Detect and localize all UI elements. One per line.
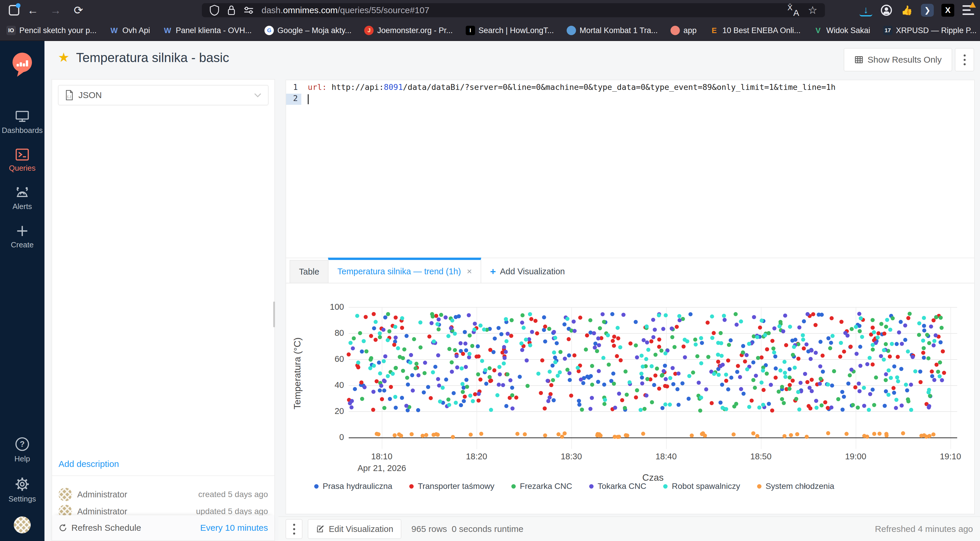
table-grid-icon — [854, 55, 864, 64]
url-bar[interactable]: dash.omnimes.com/queries/55/source#107 X… — [202, 3, 825, 17]
refresh-schedule-value[interactable]: Every 10 minutes — [200, 523, 268, 533]
tab-temperatura-trend[interactable]: Temperatura silnika — trend (1h) × — [328, 258, 481, 283]
bookmark-label: app — [683, 26, 697, 35]
bookmark-item[interactable]: IOPencil sketch your p... — [6, 26, 97, 35]
bookmark-item[interactable]: WOvh Api — [110, 26, 150, 35]
extension-thumb-icon[interactable]: 👍 — [900, 4, 913, 17]
bookmark-favicon: 17 — [883, 26, 892, 35]
bookmark-item[interactable]: 17XRPUSD — Ripple P... — [883, 26, 977, 35]
bookmark-item[interactable]: VWidok Sakai — [813, 26, 870, 35]
bookmark-item[interactable]: ISearch | HowLongT... — [466, 26, 554, 35]
terminal-icon — [14, 148, 30, 161]
code-editor[interactable]: 1 url: http://api:8091/data/dataBi/?serv… — [286, 80, 974, 223]
bookmark-item[interactable]: E10 Best ENEBA Onli... — [710, 26, 800, 35]
bookmark-favicon: J — [364, 26, 374, 35]
datasource-name: JSON — [78, 90, 102, 100]
results-menu-button[interactable] — [286, 519, 302, 539]
panel-resize-handle[interactable] — [273, 302, 275, 327]
divider — [52, 476, 274, 476]
add-visualization-button[interactable]: + Add Visualization — [481, 260, 574, 283]
redash-logo[interactable] — [10, 51, 35, 78]
datasource-select[interactable]: {..} JSON — [58, 85, 269, 105]
downloads-icon[interactable]: ↓ — [859, 4, 872, 16]
svg-text:{..}: {..} — [67, 95, 71, 98]
json-file-icon: {..} — [65, 90, 74, 101]
bookmark-item[interactable]: Mortal Kombat 1 Tra... — [566, 26, 658, 35]
show-results-only-button[interactable]: Show Results Only — [844, 48, 952, 72]
plus-icon — [14, 224, 30, 238]
main-content: ★ Temperatura silnika - basic Show Resul… — [45, 41, 980, 541]
bookmark-item[interactable]: GGoogle – Moja akty... — [264, 26, 352, 35]
results-footer: Edit Visualization 965 rows 0 seconds ru… — [278, 516, 980, 541]
reload-button[interactable]: ⟳ — [69, 4, 88, 17]
extension-tile-icon[interactable]: ❯ — [921, 4, 934, 17]
sidebar-item-create[interactable]: Create — [2, 224, 43, 249]
app-window: Dashboards Queries Alerts Create ? — [0, 41, 980, 541]
line-number: 1 — [286, 83, 301, 94]
chevron-down-icon — [254, 93, 261, 98]
account-icon[interactable] — [880, 4, 893, 17]
url-text[interactable]: dash.omnimes.com/queries/55/source#107 — [261, 5, 430, 15]
monitor-icon — [14, 110, 30, 123]
menu-alert-badge — [969, 2, 976, 8]
translate-icon[interactable]: X̄A — [788, 5, 799, 16]
sidebar-item-settings[interactable]: Settings — [8, 476, 36, 504]
bookmark-favicon: V — [813, 26, 823, 35]
bookmark-favicon — [670, 26, 680, 35]
sidebar-item-alerts[interactable]: Alerts — [2, 186, 43, 211]
refresh-schedule-row: Refresh Schedule Every 10 minutes — [52, 515, 274, 540]
author-name: Administrator — [77, 490, 127, 500]
edit-visualization-button[interactable]: Edit Visualization — [308, 519, 401, 539]
query-menu-button[interactable] — [955, 48, 974, 72]
notification-dot — [16, 3, 21, 8]
forward-button[interactable]: → — [46, 4, 65, 17]
line-number: 2 — [286, 94, 301, 105]
bookmark-label: Google – Moja akty... — [277, 26, 352, 35]
user-avatar[interactable] — [14, 516, 31, 533]
menu-icon[interactable] — [962, 4, 975, 17]
bookmark-label: Pencil sketch your p... — [19, 26, 97, 35]
refreshed-ago: Refreshed 4 minutes ago — [875, 524, 973, 534]
edit-pencil-icon — [316, 525, 325, 533]
scatter-points — [286, 286, 975, 514]
updated-when: updated 5 days ago — [196, 507, 268, 516]
help-icon: ? — [14, 436, 30, 452]
results-card: Table Temperatura silnika — trend (1h) ×… — [286, 258, 975, 514]
sidebar-item-label: Settings — [8, 495, 36, 504]
close-tab-icon[interactable]: × — [467, 267, 472, 276]
favorite-star-icon[interactable]: ★ — [58, 50, 69, 65]
sidebar-item-label: Dashboards — [2, 126, 43, 135]
sidebar-item-label: Create — [11, 240, 33, 249]
x-extension-icon[interactable]: X — [941, 4, 954, 17]
bookmark-favicon: I — [466, 26, 475, 35]
bookmark-favicon: G — [264, 26, 274, 35]
sidebar-item-help[interactable]: ? Help — [14, 436, 30, 463]
bookmark-favicon — [566, 26, 576, 35]
permissions-icon[interactable] — [243, 6, 254, 14]
bookmark-favicon: E — [710, 26, 719, 35]
rows-runtime-info: 965 rows 0 seconds runtime — [411, 524, 523, 534]
gear-icon — [14, 476, 30, 492]
bookmark-label: XRPUSD — Ripple P... — [896, 26, 977, 35]
sidebar-item-dashboards[interactable]: Dashboards — [2, 110, 43, 135]
bookmark-item[interactable]: JJoemonster.org - Pr... — [364, 26, 453, 35]
tab-table[interactable]: Table — [290, 260, 328, 283]
avatar — [59, 488, 72, 501]
bookmark-item[interactable]: app — [670, 26, 697, 35]
bookmark-star-icon[interactable]: ☆ — [808, 4, 817, 16]
bookmark-label: Joemonster.org - Pr... — [377, 26, 453, 35]
rows-count: 965 rows — [411, 524, 447, 534]
bookmark-label: Widok Sakai — [826, 26, 870, 35]
sidebar-tabs-icon[interactable] — [9, 5, 19, 16]
sidebar-item-label: Help — [14, 454, 30, 463]
shield-icon — [210, 5, 220, 16]
back-button[interactable]: ← — [24, 4, 42, 17]
page-header: ★ Temperatura silnika - basic Show Resul… — [45, 41, 980, 79]
created-meta-row: Administrator created 5 days ago — [59, 487, 268, 502]
bookmark-item[interactable]: WPanel klienta - OVH... — [163, 26, 252, 35]
add-description-link[interactable]: Add description — [59, 459, 119, 469]
sidebar-item-label: Alerts — [13, 202, 32, 211]
scatter-chart[interactable]: Temperatura (°C) Czas Prasa hydrauliczna… — [286, 286, 975, 514]
bookmark-favicon: IO — [6, 26, 16, 35]
sidebar-item-queries[interactable]: Queries — [2, 148, 43, 173]
